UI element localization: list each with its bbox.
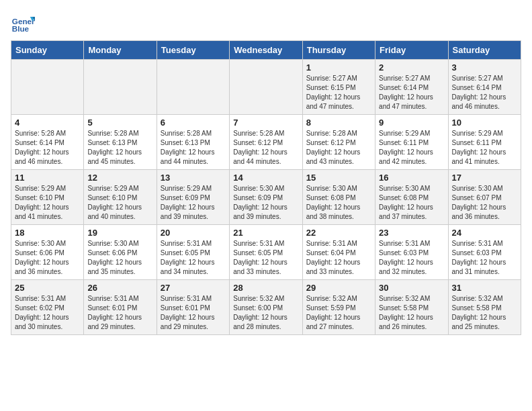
day-cell: 12Sunrise: 5:29 AM Sunset: 6:10 PM Dayli…	[84, 170, 157, 225]
day-number: 6	[161, 118, 226, 128]
day-cell: 4Sunrise: 5:28 AM Sunset: 6:14 PM Daylig…	[11, 115, 84, 170]
day-cell: 21Sunrise: 5:31 AM Sunset: 6:05 PM Dayli…	[230, 225, 302, 280]
day-info: Sunrise: 5:27 AM Sunset: 6:14 PM Dayligh…	[452, 74, 517, 111]
day-number: 8	[306, 118, 371, 128]
day-cell	[11, 60, 84, 115]
day-info: Sunrise: 5:31 AM Sunset: 6:02 PM Dayligh…	[15, 294, 80, 332]
col-header-tuesday: Tuesday	[157, 41, 229, 60]
logo-icon: General Blue	[11, 11, 35, 35]
day-info: Sunrise: 5:27 AM Sunset: 6:14 PM Dayligh…	[379, 74, 444, 111]
day-cell: 26Sunrise: 5:31 AM Sunset: 6:01 PM Dayli…	[84, 280, 157, 335]
day-info: Sunrise: 5:30 AM Sunset: 6:06 PM Dayligh…	[87, 239, 152, 277]
col-header-friday: Friday	[375, 41, 448, 60]
day-number: 10	[452, 118, 517, 128]
col-header-monday: Monday	[84, 41, 157, 60]
day-cell: 13Sunrise: 5:29 AM Sunset: 6:09 PM Dayli…	[157, 170, 229, 225]
day-info: Sunrise: 5:29 AM Sunset: 6:11 PM Dayligh…	[379, 129, 444, 167]
day-number: 30	[379, 283, 444, 293]
logo: General Blue	[11, 11, 35, 35]
day-info: Sunrise: 5:30 AM Sunset: 6:07 PM Dayligh…	[452, 184, 517, 222]
week-row-4: 18Sunrise: 5:30 AM Sunset: 6:06 PM Dayli…	[11, 225, 521, 280]
day-info: Sunrise: 5:30 AM Sunset: 6:06 PM Dayligh…	[15, 239, 80, 277]
day-cell: 23Sunrise: 5:31 AM Sunset: 6:03 PM Dayli…	[375, 225, 448, 280]
week-row-3: 11Sunrise: 5:29 AM Sunset: 6:10 PM Dayli…	[11, 170, 521, 225]
day-info: Sunrise: 5:29 AM Sunset: 6:10 PM Dayligh…	[87, 184, 152, 222]
week-row-2: 4Sunrise: 5:28 AM Sunset: 6:14 PM Daylig…	[11, 115, 521, 170]
day-info: Sunrise: 5:31 AM Sunset: 6:01 PM Dayligh…	[161, 294, 226, 332]
day-number: 1	[306, 62, 371, 73]
day-cell: 9Sunrise: 5:29 AM Sunset: 6:11 PM Daylig…	[375, 115, 448, 170]
day-cell: 14Sunrise: 5:30 AM Sunset: 6:09 PM Dayli…	[230, 170, 302, 225]
day-cell	[230, 60, 302, 115]
day-number: 28	[233, 283, 298, 293]
day-number: 26	[87, 283, 152, 293]
col-header-sunday: Sunday	[11, 41, 84, 60]
day-info: Sunrise: 5:32 AM Sunset: 6:00 PM Dayligh…	[233, 294, 298, 332]
day-cell: 28Sunrise: 5:32 AM Sunset: 6:00 PM Dayli…	[230, 280, 302, 335]
calendar-table: SundayMondayTuesdayWednesdayThursdayFrid…	[11, 40, 521, 335]
day-number: 27	[161, 283, 226, 293]
day-cell: 15Sunrise: 5:30 AM Sunset: 6:08 PM Dayli…	[302, 170, 375, 225]
day-cell: 22Sunrise: 5:31 AM Sunset: 6:04 PM Dayli…	[302, 225, 375, 280]
day-cell: 24Sunrise: 5:31 AM Sunset: 6:03 PM Dayli…	[448, 225, 521, 280]
day-cell: 30Sunrise: 5:32 AM Sunset: 5:58 PM Dayli…	[375, 280, 448, 335]
day-info: Sunrise: 5:27 AM Sunset: 6:15 PM Dayligh…	[306, 74, 371, 111]
day-number: 20	[161, 228, 226, 238]
day-number: 16	[379, 173, 444, 183]
day-number: 12	[87, 173, 152, 183]
day-number: 24	[452, 228, 517, 238]
day-number: 9	[379, 118, 444, 128]
day-info: Sunrise: 5:28 AM Sunset: 6:12 PM Dayligh…	[233, 129, 298, 167]
day-cell: 17Sunrise: 5:30 AM Sunset: 6:07 PM Dayli…	[448, 170, 521, 225]
day-info: Sunrise: 5:32 AM Sunset: 5:59 PM Dayligh…	[306, 294, 371, 332]
day-number: 29	[306, 283, 371, 293]
day-cell	[157, 60, 229, 115]
day-cell: 8Sunrise: 5:28 AM Sunset: 6:12 PM Daylig…	[302, 115, 375, 170]
day-number: 21	[233, 228, 298, 238]
day-cell: 20Sunrise: 5:31 AM Sunset: 6:05 PM Dayli…	[157, 225, 229, 280]
day-info: Sunrise: 5:30 AM Sunset: 6:09 PM Dayligh…	[233, 184, 298, 222]
day-number: 25	[15, 283, 80, 293]
day-cell: 7Sunrise: 5:28 AM Sunset: 6:12 PM Daylig…	[230, 115, 302, 170]
day-info: Sunrise: 5:31 AM Sunset: 6:05 PM Dayligh…	[161, 239, 226, 277]
day-cell: 16Sunrise: 5:30 AM Sunset: 6:08 PM Dayli…	[375, 170, 448, 225]
col-header-thursday: Thursday	[302, 41, 375, 60]
week-row-5: 25Sunrise: 5:31 AM Sunset: 6:02 PM Dayli…	[11, 280, 521, 335]
day-number: 5	[87, 118, 152, 128]
page-header: General Blue	[11, 11, 521, 35]
day-cell: 18Sunrise: 5:30 AM Sunset: 6:06 PM Dayli…	[11, 225, 84, 280]
day-number: 17	[452, 173, 517, 183]
day-info: Sunrise: 5:31 AM Sunset: 6:03 PM Dayligh…	[379, 239, 444, 277]
day-number: 14	[233, 173, 298, 183]
day-number: 13	[161, 173, 226, 183]
day-number: 19	[87, 228, 152, 238]
day-info: Sunrise: 5:31 AM Sunset: 6:01 PM Dayligh…	[87, 294, 152, 332]
day-info: Sunrise: 5:28 AM Sunset: 6:13 PM Dayligh…	[87, 129, 152, 167]
day-cell: 31Sunrise: 5:32 AM Sunset: 5:58 PM Dayli…	[448, 280, 521, 335]
day-info: Sunrise: 5:31 AM Sunset: 6:05 PM Dayligh…	[233, 239, 298, 277]
day-number: 15	[306, 173, 371, 183]
day-info: Sunrise: 5:31 AM Sunset: 6:04 PM Dayligh…	[306, 239, 371, 277]
day-cell: 25Sunrise: 5:31 AM Sunset: 6:02 PM Dayli…	[11, 280, 84, 335]
day-info: Sunrise: 5:30 AM Sunset: 6:08 PM Dayligh…	[306, 184, 371, 222]
day-cell: 19Sunrise: 5:30 AM Sunset: 6:06 PM Dayli…	[84, 225, 157, 280]
day-cell: 6Sunrise: 5:28 AM Sunset: 6:13 PM Daylig…	[157, 115, 229, 170]
day-cell: 3Sunrise: 5:27 AM Sunset: 6:14 PM Daylig…	[448, 60, 521, 115]
day-number: 7	[233, 118, 298, 128]
day-number: 23	[379, 228, 444, 238]
day-number: 3	[452, 62, 517, 73]
day-number: 22	[306, 228, 371, 238]
day-number: 4	[15, 118, 80, 128]
day-cell: 27Sunrise: 5:31 AM Sunset: 6:01 PM Dayli…	[157, 280, 229, 335]
day-info: Sunrise: 5:28 AM Sunset: 6:14 PM Dayligh…	[15, 129, 80, 167]
day-cell: 5Sunrise: 5:28 AM Sunset: 6:13 PM Daylig…	[84, 115, 157, 170]
col-header-saturday: Saturday	[448, 41, 521, 60]
header-row: SundayMondayTuesdayWednesdayThursdayFrid…	[11, 41, 521, 60]
day-info: Sunrise: 5:31 AM Sunset: 6:03 PM Dayligh…	[452, 239, 517, 277]
day-cell: 29Sunrise: 5:32 AM Sunset: 5:59 PM Dayli…	[302, 280, 375, 335]
day-info: Sunrise: 5:29 AM Sunset: 6:10 PM Dayligh…	[15, 184, 80, 222]
day-number: 2	[379, 62, 444, 73]
col-header-wednesday: Wednesday	[230, 41, 302, 60]
day-number: 11	[15, 173, 80, 183]
day-number: 31	[452, 283, 517, 293]
